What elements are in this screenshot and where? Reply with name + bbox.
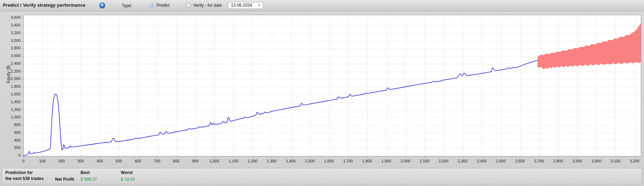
y-tick-label: 1,400: [0, 100, 20, 104]
equity-chart: Equity ($) 02004006008001,0001,2001,4001…: [0, 11, 644, 168]
x-tick-label: 200: [58, 159, 65, 163]
x-tick-label: 3,000: [591, 159, 601, 163]
worst-value: $ 19.43: [121, 177, 135, 182]
x-tick-label: 1,400: [286, 159, 296, 163]
equity-plot-svg: [24, 15, 641, 156]
net-profit-label: Net Profit: [55, 177, 74, 182]
y-tick-label: 3,200: [0, 31, 20, 35]
y-tick-label: 1,200: [0, 107, 20, 112]
x-tick-label: 3,100: [610, 159, 620, 163]
x-tick-label: 2,900: [572, 159, 582, 163]
y-tick-label: 0: [0, 153, 20, 158]
prediction-line2: the next 536 trades: [5, 176, 44, 181]
x-tick-label: 2,400: [477, 159, 487, 163]
radio-predict[interactable]: Predict: [150, 3, 169, 8]
x-tick-label: 600: [135, 159, 141, 163]
y-tick-label: 200: [0, 145, 20, 150]
radio-verify-icon[interactable]: [186, 3, 191, 8]
y-tick-label: 600: [0, 130, 20, 135]
x-tick-label: 2,200: [439, 159, 448, 163]
x-tick-label: 100: [39, 159, 46, 163]
best-label: Best: [80, 170, 90, 175]
y-tick-label: 3,000: [0, 38, 20, 43]
x-tick-label: 1,800: [362, 159, 372, 163]
y-tick-label: 1,600: [0, 92, 20, 97]
x-tick-label: 2,100: [419, 159, 429, 163]
y-tick-label: 2,400: [0, 61, 20, 66]
y-tick-label: 2,000: [0, 76, 20, 81]
y-tick-label: 400: [0, 138, 20, 143]
x-tick-label: 500: [115, 159, 122, 163]
x-tick-label: 1,600: [324, 159, 334, 163]
y-tick-label: 800: [0, 123, 20, 127]
page-title: Predict / Verify strategy performance: [3, 2, 85, 8]
radio-verify-label[interactable]: Verify - for date: [193, 3, 222, 8]
predict-verify-panel: Predict / Verify strategy performance ? …: [0, 0, 644, 186]
x-tick-label: 1,700: [343, 159, 353, 163]
x-tick-label: 1,100: [228, 159, 238, 163]
x-tick-label: 2,600: [515, 159, 525, 163]
type-label: Type:: [122, 3, 132, 8]
y-tick-label: 3,400: [0, 23, 20, 27]
x-tick-label: 700: [154, 159, 160, 163]
x-tick-label: 300: [77, 159, 84, 163]
x-tick-label: 900: [192, 159, 198, 163]
radio-verify[interactable]: Verify - for date: [186, 3, 222, 8]
y-tick-label: 2,800: [0, 46, 20, 50]
x-tick-label: 800: [173, 159, 179, 163]
y-tick-label: 2,600: [0, 54, 20, 58]
date-select-value[interactable]: 13.06.2024: [231, 3, 252, 8]
x-tick-label: 1,000: [209, 159, 219, 163]
x-tick-label: 2,300: [458, 159, 468, 163]
y-tick-label: 2,200: [0, 69, 20, 74]
y-tick-label: 1,800: [0, 84, 20, 89]
date-select[interactable]: 13.06.2024 ▼: [228, 2, 263, 9]
dropdown-arrow-icon[interactable]: ▼: [258, 2, 261, 9]
x-tick-label: 1,300: [267, 159, 277, 163]
prediction-line1: Prediction for: [5, 170, 33, 175]
x-tick-label: 1,900: [381, 159, 391, 163]
prediction-summary-bar: Prediction for the next 536 trades Net P…: [2, 168, 642, 184]
worst-label: Worst: [121, 170, 133, 175]
x-tick-label: 1,200: [248, 159, 257, 163]
x-tick-label: 2,800: [553, 159, 563, 163]
x-tick-label: 3,200: [630, 159, 639, 163]
plot-area: [23, 15, 641, 156]
help-icon[interactable]: ?: [99, 2, 105, 8]
header-bar: Predict / Verify strategy performance ? …: [0, 0, 644, 11]
radio-predict-icon[interactable]: [150, 3, 154, 8]
radio-predict-label[interactable]: Predict: [156, 3, 169, 8]
y-tick-label: 1,000: [0, 115, 20, 119]
x-tick-label: 2,000: [400, 159, 410, 163]
x-tick-label: 0: [22, 159, 24, 163]
x-tick-label: 2,500: [496, 159, 506, 163]
x-tick-label: 1,500: [305, 159, 315, 163]
x-tick-label: 400: [96, 159, 103, 163]
x-tick-label: 2,700: [534, 159, 544, 163]
best-value: $ 999.37: [80, 177, 97, 182]
y-tick-label: 3,600: [0, 15, 20, 20]
